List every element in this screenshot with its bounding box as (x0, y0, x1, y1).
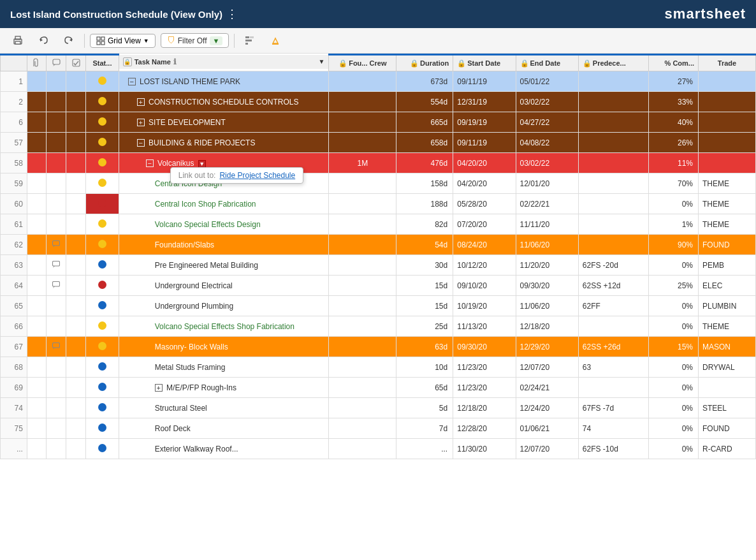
col-header-trade[interactable]: Trade (699, 55, 756, 71)
highlight-button[interactable] (265, 33, 286, 48)
table-row: 1 − LOST ISLAND THEME PARK 673d 09/11/19… (1, 71, 756, 92)
collapse-icon[interactable]: − (128, 78, 136, 85)
row-number: 57 (1, 133, 27, 153)
menu-dots-icon[interactable]: ⋮ (226, 7, 238, 21)
col-header-duration[interactable]: 🔒 Duration (396, 55, 453, 71)
collapse-icon[interactable]: − (137, 139, 145, 147)
check-cell (66, 398, 86, 418)
task-name-cell[interactable]: Volcano Special Effects Shop Fabrication (119, 316, 329, 337)
task-name-cell[interactable]: − BUILDING & RIDE PROJECTS (119, 133, 329, 153)
gantt-view-button[interactable] (240, 33, 260, 48)
table-row: 66 Volcano Special Effects Shop Fabricat… (1, 316, 756, 337)
end-date-cell: 02/24/21 (516, 378, 578, 398)
status-dot (98, 138, 106, 146)
predecessor-cell: 62SS +12d (578, 276, 648, 296)
pct-complete-cell: 40% (649, 112, 699, 133)
col-header-start[interactable]: 🔒 Start Date (453, 55, 516, 71)
pred-lock-icon: 🔒 (583, 59, 592, 68)
task-name-cell[interactable]: − Volcanikus ▼ Link out to: Ride Project… (119, 153, 329, 173)
task-name-cell[interactable]: Central Icon Shop Fabrication (119, 194, 329, 214)
expand-icon[interactable]: + (155, 384, 163, 392)
start-date-cell: 08/24/20 (453, 235, 516, 255)
col-header-status[interactable]: Stat... (86, 55, 119, 71)
duration-cell: 5d (396, 398, 453, 418)
task-name-cell[interactable]: Masonry- Block Walls (119, 337, 329, 357)
duration-cell: 10d (396, 357, 453, 378)
duration-cell: 15d (396, 276, 453, 296)
expand-icon[interactable]: + (137, 119, 145, 126)
col-header-pred[interactable]: 🔒 Predece... (578, 55, 648, 71)
task-name-cell[interactable]: Metal Studs Framing (119, 357, 329, 378)
task-name-text: M/E/P/FP Rough-Ins (166, 383, 236, 392)
found-crew-cell (329, 378, 396, 398)
check-cell (66, 153, 86, 173)
trade-cell: MASON (699, 337, 756, 357)
check-cell (66, 112, 86, 133)
task-name-cell[interactable]: + CONSTRUCTION SCHEDULE CONTROLS (119, 92, 329, 112)
task-filter-dropdown-icon[interactable]: ▼ (318, 58, 324, 65)
expand-toggle[interactable]: + (137, 118, 147, 127)
attach-cell (27, 153, 46, 173)
start-date-cell: 12/28/20 (453, 418, 516, 439)
trade-cell: FOUND (699, 418, 756, 439)
duration-cell: 158d (396, 173, 453, 194)
print-button[interactable] (8, 33, 28, 48)
start-date-cell: 09/30/20 (453, 337, 516, 357)
task-name-cell[interactable]: Pre Engineered Metal Building (119, 255, 329, 276)
filter-button[interactable]: ⛉ Filter Off ▼ (161, 33, 229, 48)
task-name-cell[interactable]: Volcano Special Effects Design (119, 214, 329, 235)
collapse-icon[interactable]: − (146, 159, 154, 167)
duration-cell: 673d (396, 71, 453, 92)
row-number: ... (1, 439, 27, 459)
expand-toggle[interactable]: + (137, 98, 147, 107)
tooltip-link-value[interactable]: Ride Project Schedule (219, 171, 295, 180)
end-date-cell: 09/30/20 (516, 276, 578, 296)
found-crew-cell (329, 439, 396, 459)
pct-complete-cell: 11% (649, 153, 699, 173)
task-name-cell[interactable]: Underground Plumbing (119, 296, 329, 316)
grid-view-button[interactable]: Grid View ▼ (90, 34, 156, 48)
expand-toggle[interactable]: − (137, 138, 147, 147)
status-dot (98, 383, 106, 391)
undo-button[interactable] (33, 33, 54, 48)
col-header-task-label: Task Name (134, 58, 171, 66)
col-header-end[interactable]: 🔒 End Date (516, 55, 578, 71)
comment-cell (46, 194, 66, 214)
attach-cell (27, 235, 46, 255)
row-number: 62 (1, 235, 27, 255)
task-name-cell[interactable]: Roof Deck (119, 418, 329, 439)
grid-view-dropdown-icon[interactable]: ▼ (143, 38, 149, 44)
expand-toggle[interactable]: + (155, 383, 164, 392)
status-dot (98, 403, 106, 411)
expand-toggle[interactable]: − (128, 77, 138, 86)
end-date-cell: 12/07/20 (516, 439, 578, 459)
task-name-cell[interactable]: Foundation/Slabs (119, 235, 329, 255)
task-name-cell[interactable]: + M/E/P/FP Rough-Ins (119, 378, 329, 398)
task-name-cell[interactable]: − LOST ISLAND THEME PARK (119, 71, 329, 92)
status-cell (86, 71, 119, 92)
info-icon: ℹ (173, 57, 177, 66)
col-header-task[interactable]: 🔒 Task Name ℹ ▼ (119, 55, 329, 69)
comment-cell (46, 276, 66, 296)
comment-cell (46, 357, 66, 378)
task-name-cell[interactable]: Exterior Walkway Roof... (119, 439, 329, 459)
end-date-cell: 11/06/20 (516, 235, 578, 255)
end-date-cell: 12/18/20 (516, 316, 578, 337)
row-dropdown-arrow[interactable]: ▼ (198, 160, 206, 168)
redo-button[interactable] (59, 33, 79, 48)
task-lock-icon: 🔒 (123, 57, 132, 66)
end-date-cell: 04/27/22 (516, 112, 578, 133)
found-crew-cell (329, 235, 396, 255)
task-name-cell[interactable]: Underground Electrical (119, 276, 329, 296)
task-name-cell[interactable]: + SITE DEVELOPMENT (119, 112, 329, 133)
expand-icon[interactable]: + (137, 98, 145, 106)
expand-toggle[interactable]: − (146, 159, 156, 168)
grid-container[interactable]: Stat... 🔒 Task Name ℹ ▼ 🔒 Fou... Crew 🔒 (0, 54, 756, 560)
task-name-cell[interactable]: Structural Steel (119, 398, 329, 418)
status-cell (86, 235, 119, 255)
schedule-table: Stat... 🔒 Task Name ℹ ▼ 🔒 Fou... Crew 🔒 (0, 54, 756, 459)
col-header-found[interactable]: 🔒 Fou... Crew (329, 55, 396, 71)
col-header-pct[interactable]: % Com... (649, 55, 699, 71)
col-header-attach (27, 55, 46, 71)
row-number: 74 (1, 398, 27, 418)
